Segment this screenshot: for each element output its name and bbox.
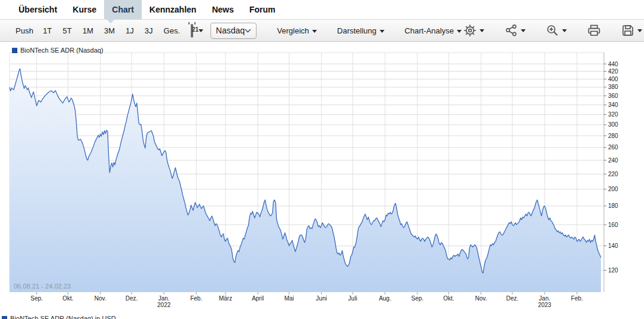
chevron-down-icon xyxy=(637,29,642,32)
period-1j[interactable]: 1J xyxy=(126,26,134,35)
svg-text:320: 320 xyxy=(608,111,618,118)
period-ges[interactable]: Ges. xyxy=(164,26,180,35)
svg-text:260: 260 xyxy=(608,144,618,151)
tab-kennzahlen[interactable]: Kennzahlen xyxy=(142,0,205,19)
chart-analyse-menu[interactable]: Chart-Analyse xyxy=(405,26,462,35)
tab-chart[interactable]: Chart xyxy=(104,0,142,19)
svg-text:Nov.: Nov. xyxy=(94,295,106,302)
zoom-button[interactable] xyxy=(544,23,569,38)
chevron-down-icon xyxy=(245,29,251,33)
period-5t[interactable]: 5T xyxy=(63,26,72,35)
svg-text:280: 280 xyxy=(608,133,618,139)
svg-text:Juni: Juni xyxy=(316,295,326,302)
svg-text:360: 360 xyxy=(608,93,618,99)
push-button[interactable]: Push xyxy=(16,26,33,35)
calendar-dropdown-caret[interactable] xyxy=(199,29,203,32)
svg-text:140: 140 xyxy=(608,243,618,249)
svg-text:180: 180 xyxy=(608,203,618,209)
svg-text:Feb.: Feb. xyxy=(571,295,583,302)
svg-text:340: 340 xyxy=(608,102,618,108)
svg-text:Okt.: Okt. xyxy=(63,295,74,302)
chart-toolbar: Push 1T 5T 1M 3M 1J 3J Ges. 21 Nasdaq Ve… xyxy=(0,19,644,42)
svg-text:200: 200 xyxy=(608,186,618,192)
chevron-down-icon xyxy=(562,29,567,32)
series-color-swatch xyxy=(12,48,17,53)
exchange-select[interactable]: Nasdaq xyxy=(210,23,257,39)
svg-text:Jan.: Jan. xyxy=(158,295,170,302)
price-chart[interactable]: Sep.Okt.Nov.Dez.Jan.2022Feb.MärzAprilMai… xyxy=(0,42,644,319)
chart-footer-legend-label: BioNTech SE ADR (Nasdaq) in USD xyxy=(10,315,116,319)
period-1m[interactable]: 1M xyxy=(83,26,93,35)
stock-chart-page: Übersicht Kurse Chart Kennzahlen News Fo… xyxy=(0,0,644,319)
chevron-down-icon xyxy=(457,30,462,33)
tab-kurse[interactable]: Kurse xyxy=(65,0,105,19)
svg-text:Okt.: Okt. xyxy=(443,295,454,302)
svg-text:380: 380 xyxy=(608,84,618,90)
svg-text:Feb.: Feb. xyxy=(190,295,202,302)
svg-text:Sep.: Sep. xyxy=(30,295,43,302)
settings-gear-icon xyxy=(463,24,477,37)
share-button[interactable] xyxy=(503,23,527,38)
period-buttons: 1T 5T 1M 3M 1J 3J Ges. xyxy=(43,26,180,35)
svg-text:Sep.: Sep. xyxy=(411,295,424,302)
period-3m[interactable]: 3M xyxy=(104,26,115,35)
chart-legend-label: BioNTech SE ADR (Nasdaq) xyxy=(20,47,103,54)
tab-forum[interactable]: Forum xyxy=(242,0,283,19)
zoom-in-icon xyxy=(546,24,559,37)
svg-text:240: 240 xyxy=(608,157,618,164)
page-tab-bar: Übersicht Kurse Chart Kennzahlen News Fo… xyxy=(0,0,644,19)
chevron-down-icon xyxy=(521,29,526,32)
svg-text:220: 220 xyxy=(608,171,618,177)
toolbar-icon-group xyxy=(462,23,644,38)
tab-uebersicht[interactable]: Übersicht xyxy=(11,0,65,19)
save-icon xyxy=(621,24,634,37)
svg-text:160: 160 xyxy=(608,222,618,228)
tab-news[interactable]: News xyxy=(204,0,242,19)
svg-text:2023: 2023 xyxy=(538,302,552,308)
vergleich-menu[interactable]: Vergleich xyxy=(277,26,316,35)
active-tab-notch xyxy=(106,19,115,23)
svg-text:300: 300 xyxy=(608,121,618,128)
period-3j[interactable]: 3J xyxy=(145,26,153,35)
exchange-select-value: Nasdaq xyxy=(216,26,245,35)
svg-text:März: März xyxy=(219,295,232,302)
chart-footer-legend: BioNTech SE ADR (Nasdaq) in USD xyxy=(2,315,116,319)
print-icon xyxy=(587,24,601,37)
chevron-down-icon xyxy=(380,30,384,33)
chart-legend: BioNTech SE ADR (Nasdaq) xyxy=(12,47,103,54)
share-icon xyxy=(505,24,518,37)
svg-text:Nov.: Nov. xyxy=(475,295,487,302)
print-button[interactable] xyxy=(585,23,603,38)
svg-text:120: 120 xyxy=(608,267,618,274)
svg-text:400: 400 xyxy=(608,76,618,82)
chevron-down-icon xyxy=(480,29,484,32)
chevron-down-icon xyxy=(312,30,317,33)
svg-text:Dez.: Dez. xyxy=(126,295,138,302)
svg-text:Dez.: Dez. xyxy=(506,295,518,302)
svg-text:April: April xyxy=(252,295,264,302)
svg-text:Aug.: Aug. xyxy=(379,295,392,302)
settings-button[interactable] xyxy=(462,23,486,38)
chart-area: BioNTech SE ADR (Nasdaq) Sep.Okt.Nov.Dez… xyxy=(0,42,644,319)
svg-text:2022: 2022 xyxy=(157,302,171,308)
svg-text:Juli: Juli xyxy=(348,295,357,302)
series-color-swatch xyxy=(2,316,7,319)
period-1t[interactable]: 1T xyxy=(43,26,52,35)
save-button[interactable] xyxy=(619,23,644,38)
date-range-label: 06.08.21 - 24.02.23 xyxy=(14,283,71,290)
calendar-icon[interactable]: 21 xyxy=(191,24,193,38)
svg-text:Jan.: Jan. xyxy=(539,295,550,302)
darstellung-menu[interactable]: Darstellung xyxy=(337,26,384,35)
svg-text:Mai: Mai xyxy=(284,295,294,302)
svg-text:420: 420 xyxy=(608,68,618,75)
svg-text:440: 440 xyxy=(608,61,618,68)
